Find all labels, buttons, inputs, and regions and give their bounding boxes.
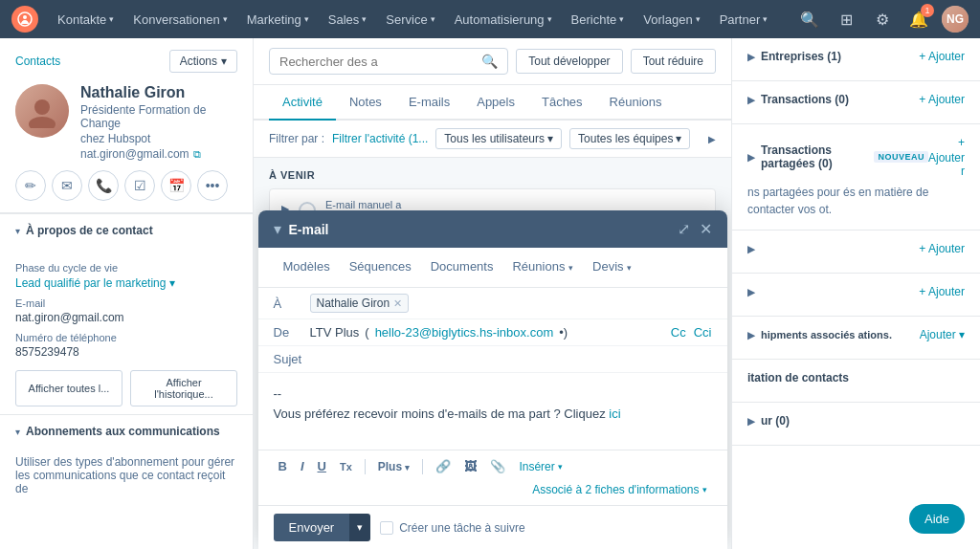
compose-tab-modeles[interactable]: Modèles — [274, 255, 340, 279]
itation-title[interactable]: itation de contacts — [747, 371, 849, 384]
compose-tab-reunions[interactable]: Réunions ▾ — [502, 255, 583, 279]
chip-close-icon[interactable]: ✕ — [393, 297, 402, 310]
nav-berichte[interactable]: Berichte ▾ — [564, 9, 633, 31]
chevron-down-icon: ▾ — [568, 263, 573, 273]
nav-automatisierung[interactable]: Automatisierung ▾ — [447, 9, 560, 31]
calendar-contact-btn[interactable]: 📅 — [161, 170, 191, 201]
plus-btn[interactable]: Plus ▾ — [373, 457, 415, 476]
subject-input[interactable] — [310, 352, 712, 366]
assoc-btn[interactable]: Associé à 2 fiches d'informations ▾ — [527, 480, 711, 499]
view-all-properties-btn[interactable]: Afficher toutes l... — [15, 370, 122, 406]
ur-section: ▶ ur (0) — [732, 403, 980, 446]
from-email[interactable]: hello-23@biglytics.hs-inbox.com — [375, 325, 554, 340]
transactions-partagees-title[interactable]: ▶ Transactions partagées (0) NOUVEAU — [747, 143, 928, 170]
tab-appels[interactable]: Appels — [463, 85, 528, 121]
cc-btn[interactable]: Cc — [671, 325, 686, 340]
bold-btn[interactable]: B — [274, 456, 292, 476]
copy-icon[interactable]: ⧉ — [193, 148, 201, 161]
add-btn-4[interactable]: + Ajouter — [919, 242, 965, 255]
checkbox[interactable] — [380, 521, 393, 535]
transactions-title[interactable]: ▶ Transactions (0) — [747, 93, 849, 106]
underline-btn[interactable]: U — [313, 456, 331, 476]
section-4-title[interactable]: ▶ — [747, 244, 761, 254]
section-5-title[interactable]: ▶ — [747, 287, 755, 297]
tab-activite[interactable]: Activité — [269, 85, 336, 121]
add-btn-5[interactable]: + Ajouter — [919, 285, 965, 298]
add-transaction-btn[interactable]: + Ajouter — [919, 93, 965, 106]
entreprises-title[interactable]: ▶ Entreprises (1) — [747, 50, 841, 63]
compose-tab-documents[interactable]: Documents — [421, 255, 503, 279]
compose-close-icon[interactable]: ✕ — [700, 220, 712, 238]
apps-icon-btn[interactable]: ⊞ — [833, 6, 859, 33]
compose-from-row: De LTV Plus ( hello-23@biglytics.hs-inbo… — [258, 319, 727, 346]
settings-icon-btn[interactable]: ⚙ — [869, 6, 896, 33]
search-input[interactable] — [279, 55, 478, 69]
nav-marketing[interactable]: Marketing ▾ — [239, 9, 317, 31]
nav-konversationen[interactable]: Konversationen ▾ — [125, 9, 234, 31]
nav-service[interactable]: Service ▾ — [378, 9, 442, 31]
ajouter-r[interactable]: Ajouterr — [928, 151, 965, 178]
lifecycle-value[interactable]: Lead qualifié par le marketing ▾ — [15, 276, 175, 290]
user-avatar[interactable]: NG — [942, 6, 969, 33]
ajouter-btn[interactable]: Ajouter ▾ — [920, 328, 965, 341]
main-layout: Contacts Actions ▾ Nathalie Giron Présid… — [0, 38, 980, 549]
task-contact-btn[interactable]: ☑ — [124, 170, 155, 201]
compose-body[interactable]: -- Vous préférez recevoir moins d'e-mail… — [258, 373, 727, 450]
compose-tab-sequences[interactable]: Séquences — [340, 255, 421, 279]
call-contact-btn[interactable]: 📞 — [88, 170, 119, 201]
ur-title[interactable]: ▶ ur (0) — [747, 414, 790, 428]
right-section-header: ▶ Entreprises (1) + Ajouter — [747, 50, 965, 63]
actions-button[interactable]: Actions ▾ — [169, 50, 237, 73]
nav-vorlagen[interactable]: Vorlagen ▾ — [635, 9, 707, 31]
view-history-btn[interactable]: Afficher l'historique... — [130, 370, 237, 406]
more-contact-btn[interactable]: ••• — [197, 170, 228, 201]
send-btn[interactable]: Envoyer — [274, 514, 350, 541]
teams-filter-dropdown[interactable]: Toutes les équipes ▾ — [569, 128, 690, 149]
compose-tab-devis[interactable]: Devis ▾ — [583, 255, 641, 279]
users-filter-dropdown[interactable]: Tous les utilisateurs ▾ — [435, 128, 562, 149]
link-btn[interactable]: 🔗 — [431, 456, 456, 476]
right-section-header: ▶ Transactions (0) + Ajouter — [747, 93, 965, 106]
expand-all-btn[interactable]: Tout développer — [516, 49, 622, 74]
tab-emails[interactable]: E-mails — [395, 85, 463, 121]
add-trans-partagees-btn[interactable]: + — [958, 136, 965, 149]
svg-point-1 — [23, 15, 27, 19]
chevron-down-icon: ▾ — [959, 328, 965, 341]
add-entreprise-btn[interactable]: + Ajouter — [919, 50, 965, 63]
send-row: Envoyer ▾ Créer une tâche à suivre — [258, 505, 727, 549]
task-checkbox[interactable]: Créer une tâche à suivre — [380, 521, 524, 535]
insert-btn[interactable]: Insérer ▾ — [514, 457, 567, 476]
subscriptions-section-toggle[interactable]: ▾ Abonnements aux communications — [0, 414, 253, 448]
notification-icon-btn[interactable]: 🔔 1 — [905, 6, 932, 33]
italic-btn[interactable]: I — [296, 456, 309, 476]
collapse-all-btn[interactable]: Tout réduire — [631, 49, 716, 74]
send-dropdown-btn[interactable]: ▾ — [349, 514, 370, 541]
nav-kontakte[interactable]: Kontakte ▾ — [50, 9, 122, 31]
chevron-down-icon: ▾ — [702, 485, 707, 494]
nav-partner[interactable]: Partner ▾ — [712, 9, 776, 31]
contacts-breadcrumb-link[interactable]: Contacts — [15, 55, 60, 68]
recipient-chip[interactable]: Nathalie Giron ✕ — [310, 294, 410, 313]
about-section-title: À propos de ce contact — [26, 224, 153, 237]
chevron-down-icon: ▾ — [405, 463, 410, 472]
text-format-btn[interactable]: Tx — [335, 458, 357, 475]
nav-sales[interactable]: Sales ▾ — [321, 9, 375, 31]
hubspot-logo[interactable] — [11, 6, 38, 33]
to-label: À — [274, 296, 302, 311]
search-icon-btn[interactable]: 🔍 — [796, 6, 823, 33]
tab-taches[interactable]: Tâches — [528, 85, 596, 121]
attach-btn[interactable]: 📎 — [485, 456, 510, 476]
compose-expand-icon[interactable]: ⤢ — [678, 220, 690, 238]
image-btn[interactable]: 🖼 — [459, 456, 481, 476]
tab-reunions[interactable]: Réunions — [596, 85, 676, 121]
body-link[interactable]: ici — [609, 406, 620, 421]
activity-filter-btn[interactable]: Filtrer l'activité (1... — [332, 132, 428, 145]
tab-notes[interactable]: Notes — [336, 85, 395, 121]
edit-contact-btn[interactable]: ✏ — [15, 170, 46, 201]
aide-button[interactable]: Aide — [909, 504, 965, 534]
about-section-toggle[interactable]: ▾ À propos de ce contact — [0, 213, 253, 247]
shipments-title[interactable]: ▶ hipments associés ations. — [747, 329, 892, 340]
compose-collapse-icon[interactable]: ▾ — [274, 220, 281, 238]
email-contact-btn[interactable]: ✉ — [52, 170, 82, 201]
cci-btn[interactable]: Cci — [694, 325, 712, 340]
